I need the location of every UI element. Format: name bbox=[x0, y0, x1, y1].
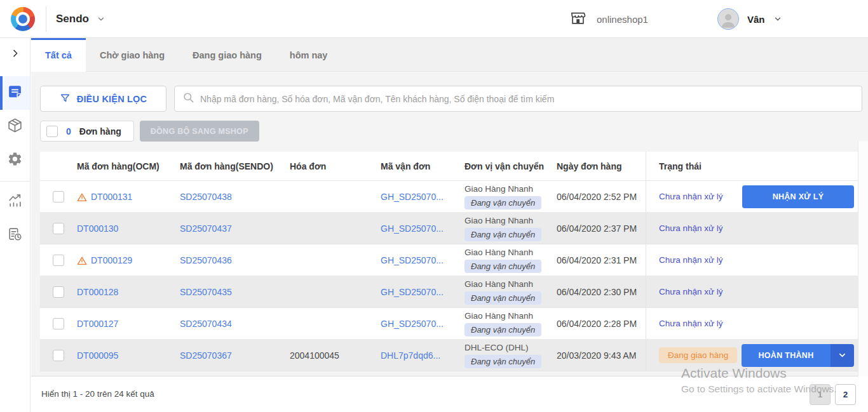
sidebar-item-settings[interactable] bbox=[0, 143, 30, 177]
column-header-date: Ngày đơn hàng bbox=[557, 161, 646, 171]
order-sendo-link[interactable]: SD25070438 bbox=[180, 192, 232, 202]
package-icon bbox=[7, 117, 23, 136]
tab-hom-nay[interactable]: hôm nay bbox=[276, 38, 342, 72]
status-label[interactable]: Chưa nhận xử lý bbox=[659, 255, 723, 265]
order-sendo-link[interactable]: SD25070437 bbox=[180, 223, 232, 234]
status-label[interactable]: Chưa nhận xử lý bbox=[659, 287, 723, 296]
tracking-number-link[interactable]: GH_SD25070... bbox=[381, 287, 444, 297]
table-row: DT000095 SD25070367 2004100045 DHL7p7dqd… bbox=[40, 340, 858, 371]
avatar bbox=[717, 8, 739, 30]
row-checkbox[interactable] bbox=[53, 318, 64, 329]
page-button-2[interactable]: 2 bbox=[835, 384, 856, 405]
store-icon bbox=[569, 10, 587, 29]
column-header-ocm: Mã đơn hàng(OCM) bbox=[77, 161, 180, 171]
action-button[interactable]: HOÀN THÀNH bbox=[742, 344, 831, 367]
shop-name: onlineshop1 bbox=[597, 14, 648, 25]
top-header: Sendo onlineshop1 Vân bbox=[0, 0, 868, 38]
order-ocm-link[interactable]: DT000129 bbox=[91, 255, 132, 265]
sidebar-collapse-button[interactable] bbox=[0, 38, 30, 69]
carrier-status-badge: Đang vận chuyển bbox=[465, 355, 541, 369]
order-sendo-link[interactable]: SD25070435 bbox=[180, 287, 232, 297]
select-all-checkbox[interactable] bbox=[46, 126, 58, 137]
row-checkbox[interactable] bbox=[53, 350, 64, 361]
order-ocm-link[interactable]: DT000128 bbox=[77, 287, 118, 297]
order-sendo-link[interactable]: SD25070436 bbox=[180, 255, 232, 265]
order-date: 06/04/2020 2:31 PM bbox=[557, 255, 646, 265]
pagination: 1 2 bbox=[810, 384, 856, 405]
select-all-button[interactable]: 0 Đơn hàng bbox=[40, 121, 134, 142]
search-box bbox=[174, 86, 862, 112]
carrier-status-badge: Đang vận chuyển bbox=[465, 228, 541, 242]
search-input[interactable] bbox=[200, 94, 854, 104]
carrier-name: Giao Hàng Nhanh bbox=[465, 183, 557, 195]
carrier-status-badge: Đang vận chuyển bbox=[465, 323, 541, 337]
row-checkbox[interactable] bbox=[53, 223, 64, 234]
order-ocm-link[interactable]: DT000131 bbox=[91, 192, 132, 202]
tab-cho-giao-hang[interactable]: Chờ giao hàng bbox=[86, 38, 179, 72]
table-row: DT000128 SD25070435 GH_SD25070... Giao H… bbox=[40, 276, 858, 308]
order-ocm-link[interactable]: DT000127 bbox=[77, 319, 118, 329]
orders-table: Mã đơn hàng(OCM) Mã đơn hàng(SENDO) Hóa … bbox=[40, 152, 858, 371]
order-date: 06/04/2020 2:28 PM bbox=[557, 319, 646, 329]
table-body: DT000131 SD25070438 GH_SD25070... Giao H… bbox=[40, 181, 858, 371]
carrier-name: Giao Hàng Nhanh bbox=[465, 247, 557, 258]
carrier-name: Giao Hàng Nhanh bbox=[465, 310, 557, 322]
chart-icon bbox=[7, 193, 23, 211]
row-checkbox[interactable] bbox=[53, 255, 64, 266]
filter-funnel-icon bbox=[60, 93, 71, 105]
footer-bar: Hiển thị 1 - 20 trên 24 kết quả 1 2 bbox=[31, 376, 868, 412]
selected-count: 0 bbox=[66, 126, 71, 136]
table-row: DT000130 SD25070437 GH_SD25070... Giao H… bbox=[40, 213, 858, 244]
app-switcher[interactable]: Sendo bbox=[56, 0, 105, 38]
row-checkbox[interactable] bbox=[53, 286, 64, 298]
table-row: DT000129 SD25070436 GH_SD25070... Giao H… bbox=[40, 244, 858, 276]
results-summary: Hiển thị 1 - 20 trên 24 kết quả bbox=[41, 389, 154, 399]
tracking-number-link[interactable]: GH_SD25070... bbox=[381, 192, 444, 202]
status-label[interactable]: Chưa nhận xử lý bbox=[659, 319, 723, 328]
shop-selector[interactable]: onlineshop1 bbox=[569, 0, 648, 38]
column-header-invoice: Hóa đơn bbox=[290, 161, 381, 171]
search-icon bbox=[182, 91, 194, 106]
page-button-1[interactable]: 1 bbox=[810, 384, 831, 405]
sidebar-item-products[interactable] bbox=[0, 110, 30, 143]
order-sendo-link[interactable]: SD25070367 bbox=[180, 350, 232, 361]
action-button[interactable]: NHẬN XỬ LÝ bbox=[742, 185, 854, 208]
order-sendo-link[interactable]: SD25070434 bbox=[180, 319, 232, 329]
filter-button[interactable]: ĐIỀU KIỆN LỌC bbox=[40, 86, 166, 112]
carrier-status-badge: Đang vận chuyển bbox=[465, 196, 541, 210]
selected-unit-label: Đơn hàng bbox=[79, 126, 121, 136]
sidebar bbox=[0, 38, 31, 412]
user-menu[interactable]: Vân bbox=[717, 0, 782, 38]
tracking-number-link[interactable]: GH_SD25070... bbox=[381, 223, 444, 234]
order-ocm-link[interactable]: DT000130 bbox=[77, 223, 118, 234]
user-name: Vân bbox=[747, 14, 765, 25]
selection-row: 0 Đơn hàng ĐỒNG BỘ SANG MSHOP bbox=[40, 121, 862, 142]
invoice-number: 2004100045 bbox=[290, 350, 381, 361]
status-label[interactable]: Chưa nhận xử lý bbox=[659, 192, 723, 201]
row-checkbox[interactable] bbox=[53, 191, 64, 203]
sync-mshop-button[interactable]: ĐỒNG BỘ SANG MSHOP bbox=[140, 121, 259, 142]
gear-icon bbox=[7, 151, 23, 169]
action-group: HOÀN THÀNH bbox=[742, 344, 854, 367]
order-ocm-link[interactable]: DT000095 bbox=[77, 350, 118, 361]
tracking-number-link[interactable]: DHL7p7dqd6... bbox=[381, 350, 440, 361]
carrier-status-badge: Đang vận chuyển bbox=[465, 291, 541, 305]
tracking-number-link[interactable]: GH_SD25070... bbox=[381, 319, 444, 329]
tab-dang-giao-hang[interactable]: Đang giao hàng bbox=[179, 38, 276, 72]
table-row: DT000127 SD25070434 GH_SD25070... Giao H… bbox=[40, 308, 858, 340]
sidebar-item-reports[interactable] bbox=[0, 219, 30, 253]
app-name: Sendo bbox=[56, 13, 89, 25]
main-content: Tất cả Chờ giao hàng Đang giao hàng hôm … bbox=[31, 38, 868, 412]
sidebar-item-analytics[interactable] bbox=[0, 185, 30, 219]
status-label[interactable]: Chưa nhận xử lý bbox=[659, 223, 723, 233]
chevron-down-icon bbox=[97, 15, 105, 23]
table-header-row: Mã đơn hàng(OCM) Mã đơn hàng(SENDO) Hóa … bbox=[40, 152, 858, 181]
tracking-number-link[interactable]: GH_SD25070... bbox=[381, 255, 444, 265]
order-date: 06/04/2020 2:30 PM bbox=[557, 287, 646, 297]
tab-bar: Tất cả Chờ giao hàng Đang giao hàng hôm … bbox=[31, 38, 868, 72]
sidebar-item-orders[interactable] bbox=[0, 76, 30, 110]
action-dropdown-button[interactable] bbox=[831, 344, 854, 367]
tab-tat-ca[interactable]: Tất cả bbox=[31, 38, 86, 72]
status-label: Đang giao hàng bbox=[659, 347, 737, 363]
toolbar-row: ĐIỀU KIỆN LỌC bbox=[40, 86, 862, 112]
